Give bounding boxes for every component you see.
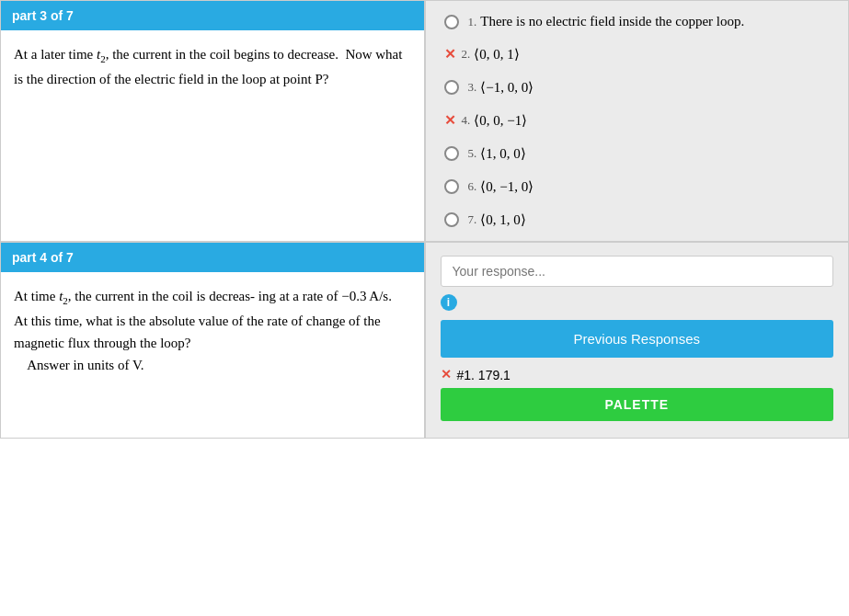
option-7[interactable]: 7. ⟨0, 1, 0⟩ <box>444 211 831 228</box>
response-panel: i Previous Responses ✕ #1. 179.1 PALETTE <box>425 242 850 439</box>
part3-header-text: part 3 of 7 <box>12 8 74 23</box>
option-2[interactable]: ✕ 2. ⟨0, 0, 1⟩ <box>444 46 831 63</box>
option-1[interactable]: 1. There is no electric field inside the… <box>444 14 831 29</box>
part3-header: part 3 of 7 <box>1 1 424 30</box>
part4-body: At time t2, the current in the coil is d… <box>1 272 424 438</box>
part4-panel: part 4 of 7 At time t2, the current in t… <box>0 242 425 439</box>
part3-question: At a later time t2, the current in the c… <box>14 43 411 90</box>
palette-button[interactable]: PALETTE <box>441 388 834 421</box>
option-5[interactable]: 5. ⟨1, 0, 0⟩ <box>444 145 831 162</box>
main-grid: part 3 of 7 At a later time t2, the curr… <box>0 0 849 439</box>
radio-3[interactable] <box>444 80 459 95</box>
radio-5[interactable] <box>444 146 459 161</box>
part4-header: part 4 of 7 <box>1 243 424 272</box>
option-3[interactable]: 3. ⟨−1, 0, 0⟩ <box>444 79 831 96</box>
prev-response-value: #1. 179.1 <box>457 368 511 382</box>
part3-panel: part 3 of 7 At a later time t2, the curr… <box>0 0 425 242</box>
wrong-icon-4: ✕ <box>444 112 456 129</box>
options-panel: 1. There is no electric field inside the… <box>425 0 850 242</box>
radio-6[interactable] <box>444 179 459 194</box>
part4-question: At time t2, the current in the coil is d… <box>14 285 411 376</box>
radio-7[interactable] <box>444 212 459 227</box>
radio-1[interactable] <box>444 15 459 29</box>
prev-response-item-1: ✕ #1. 179.1 <box>441 367 834 382</box>
info-icon: i <box>441 294 457 311</box>
response-input[interactable] <box>441 256 834 287</box>
part3-body: At a later time t2, the current in the c… <box>1 30 424 196</box>
prev-wrong-icon: ✕ <box>441 367 452 382</box>
part4-header-text: part 4 of 7 <box>12 250 74 265</box>
previous-responses-button[interactable]: Previous Responses <box>441 320 834 358</box>
option-6[interactable]: 6. ⟨0, −1, 0⟩ <box>444 178 831 195</box>
wrong-icon-2: ✕ <box>444 46 456 63</box>
option-4[interactable]: ✕ 4. ⟨0, 0, −1⟩ <box>444 112 831 129</box>
